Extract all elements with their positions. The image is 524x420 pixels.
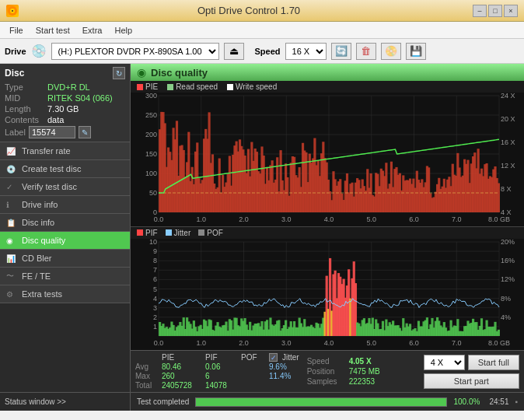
- samples-label: Samples: [307, 377, 346, 386]
- disc-length-key: Length: [5, 104, 47, 114]
- jitter-legend-dot: [166, 229, 172, 236]
- eject-button[interactable]: ⏏: [224, 43, 244, 60]
- sidebar-item-fe-te[interactable]: 〜 FE / TE: [0, 268, 130, 285]
- cd-bler-icon: 📊: [6, 254, 16, 263]
- elapsed-time: 24:51: [489, 397, 508, 406]
- disc-contents-val: data: [47, 115, 64, 124]
- read-speed-legend-label: Read speed: [176, 82, 218, 91]
- lower-chart-legend: PIF Jitter POF: [131, 227, 524, 239]
- extra-tests-icon: ⚙: [6, 290, 13, 299]
- disc-info-header: Disc ↻: [5, 67, 125, 79]
- refresh-button[interactable]: 🔄: [331, 43, 351, 60]
- drive-info-icon: ℹ: [6, 201, 9, 209]
- speed-select[interactable]: 16 X: [285, 43, 327, 60]
- menu-bar: File Start test Extra Help: [0, 22, 524, 39]
- save-button[interactable]: 💾: [406, 43, 426, 60]
- close-button[interactable]: ×: [504, 5, 518, 17]
- pif-avg-val: 0.06: [205, 362, 236, 371]
- legend-write-speed: Write speed: [227, 82, 277, 91]
- status-window-button[interactable]: Status window >>: [5, 397, 66, 406]
- content-area: ◉ Disc quality PIE Read speed Write spee…: [131, 64, 524, 392]
- avg-row-label: Avg: [135, 362, 157, 371]
- right-controls: 4 X8 X16 X Start full Start part: [424, 355, 519, 389]
- menu-help[interactable]: Help: [108, 24, 138, 37]
- sidebar-item-verify-test-disc[interactable]: ✓ Verify test disc: [0, 178, 130, 196]
- create-test-disc-icon: 💿: [6, 165, 16, 173]
- legend-jitter: Jitter: [166, 229, 191, 237]
- sidebar-item-drive-info[interactable]: ℹ Drive info: [0, 196, 130, 214]
- speed-label: Speed: [255, 47, 281, 56]
- pif-legend-dot: [137, 229, 143, 236]
- disc-quality-header-icon: ◉: [137, 66, 146, 79]
- verify-test-disc-icon: ✓: [6, 183, 12, 191]
- disc-info-panel: Disc ↻ Type DVD+R DL MID RITEK S04 (066)…: [0, 64, 130, 142]
- legend-pof: POF: [198, 229, 223, 237]
- drive-icon: 💿: [31, 44, 47, 58]
- eraser-button[interactable]: 🗑: [356, 43, 376, 60]
- status-bar: Status window >> Test completed 100.0% 2…: [0, 392, 524, 411]
- max-row-label: Max: [135, 372, 157, 380]
- disc-section-label: Disc: [5, 68, 24, 79]
- pie-legend-label: PIE: [145, 82, 158, 91]
- maximize-button[interactable]: □: [488, 5, 502, 17]
- total-row-label: Total: [135, 381, 157, 390]
- start-full-button[interactable]: Start full: [468, 355, 519, 370]
- pie-total-val: 2405728: [162, 381, 201, 390]
- pie-max-val: 260: [162, 372, 201, 380]
- start-part-button[interactable]: Start part: [424, 373, 519, 389]
- pof-legend-dot: [198, 229, 204, 236]
- write-speed-legend-dot: [227, 84, 233, 90]
- minimize-button[interactable]: –: [473, 5, 487, 17]
- menu-extra[interactable]: Extra: [76, 24, 109, 37]
- status-indicator-icon: ▪: [515, 397, 518, 406]
- disc-type-val: DVD+R DL: [47, 82, 90, 92]
- dvd-button[interactable]: 📀: [381, 43, 401, 60]
- pie-avg-val: 80.46: [162, 362, 201, 371]
- disc-label-input[interactable]: [29, 126, 75, 138]
- progress-fill: [196, 398, 446, 406]
- sidebar-item-extra-tests[interactable]: ⚙ Extra tests: [0, 285, 130, 303]
- jitter-avg-val: 9.6%: [269, 362, 287, 371]
- disc-refresh-button[interactable]: ↻: [113, 67, 125, 79]
- chart-speed-dropdown[interactable]: 4 X8 X16 X: [424, 355, 465, 370]
- sidebar: Disc ↻ Type DVD+R DL MID RITEK S04 (066)…: [0, 64, 131, 392]
- progress-percentage: 100.0%: [453, 397, 483, 406]
- disc-type-key: Type: [5, 82, 47, 92]
- drive-select[interactable]: (H:) PLEXTOR DVDR PX-890SA 1.00: [51, 43, 219, 60]
- sidebar-item-create-test-disc[interactable]: 💿 Create test disc: [0, 160, 130, 178]
- sidebar-item-cd-bler[interactable]: 📊 CD Bler: [0, 250, 130, 268]
- main-layout: Disc ↻ Type DVD+R DL MID RITEK S04 (066)…: [0, 64, 524, 392]
- lower-chart: [131, 239, 524, 350]
- sidebar-item-disc-info[interactable]: 📋 Disc info: [0, 214, 130, 232]
- svg-point-2: [12, 10, 13, 12]
- jitter-max-val: 11.4%: [269, 372, 291, 380]
- disc-length-row: Length 7.30 GB: [5, 104, 125, 114]
- stats-bar: PIE PIF POF ✓ Jitter Avg 80.46 0.06 9.6%…: [131, 350, 524, 392]
- disc-quality-icon: ◉: [6, 236, 13, 245]
- window-controls: – □ ×: [473, 5, 518, 17]
- disc-label-row: Label ✎: [5, 126, 125, 138]
- disc-type-row: Type DVD+R DL: [5, 82, 125, 92]
- disc-mid-key: MID: [5, 93, 47, 103]
- menu-start-test[interactable]: Start test: [30, 24, 76, 37]
- transfer-rate-icon: 📈: [6, 147, 16, 156]
- label-action-icon[interactable]: ✎: [79, 126, 91, 138]
- disc-contents-key: Contents: [5, 115, 47, 124]
- drive-bar: Drive 💿 (H:) PLEXTOR DVDR PX-890SA 1.00 …: [0, 39, 524, 64]
- title-bar: Opti Drive Control 1.70 – □ ×: [0, 0, 524, 22]
- app-icon: [6, 5, 19, 17]
- menu-file[interactable]: File: [3, 24, 30, 37]
- position-val: 7475 MB: [349, 367, 380, 376]
- legend-read-speed: Read speed: [167, 82, 218, 91]
- sidebar-item-disc-quality[interactable]: ◉ Disc quality: [0, 232, 130, 250]
- legend-pif: PIF: [137, 229, 158, 237]
- speed-val: 4.05 X: [349, 357, 372, 366]
- sidebar-item-transfer-rate[interactable]: 📈 Transfer rate: [0, 142, 130, 160]
- upper-chart: [131, 93, 524, 227]
- jitter-checkbox[interactable]: ✓: [269, 353, 278, 362]
- write-speed-legend-label: Write speed: [236, 82, 277, 91]
- pif-legend-label: PIF: [145, 229, 158, 237]
- position-label: Position: [307, 367, 346, 376]
- disc-label-key: Label: [5, 128, 26, 137]
- status-right: Test completed 100.0% 24:51 ▪: [131, 397, 524, 407]
